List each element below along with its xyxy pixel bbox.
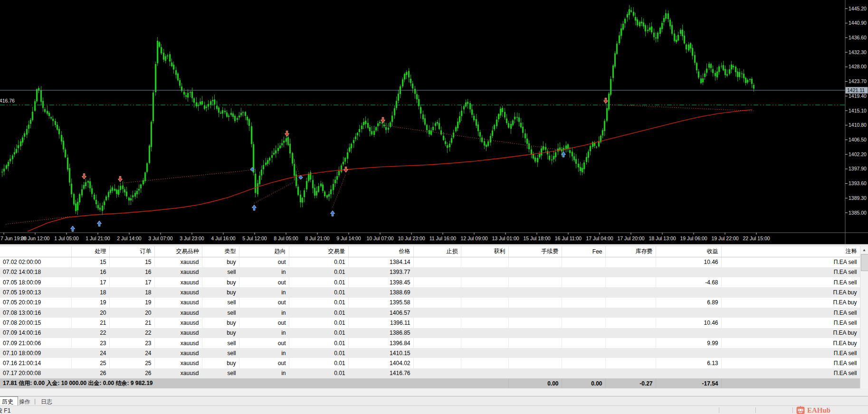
table-row[interactable]: 07.05 18:00:091717xauusdbuyout0.011398.4… (0, 277, 860, 287)
y-axis-label: 1415.10 (849, 108, 867, 113)
cell: 26 (71, 368, 109, 378)
cell: 17 (71, 277, 109, 287)
cell: 16 (109, 267, 154, 277)
cell: 0.01 (289, 328, 348, 338)
table-scrollbar[interactable]: ▲ ▼ (860, 246, 868, 395)
cell: out (239, 318, 289, 328)
horizontal-scroll-area[interactable] (0, 388, 868, 396)
cell: Π.EA sell (721, 368, 860, 378)
statusbar-divider (755, 407, 756, 413)
cell: 0.01 (289, 287, 348, 297)
cell (508, 338, 562, 348)
cell: 20 (71, 308, 109, 318)
cell: 0.01 (289, 277, 348, 287)
y-axis-label: 1436.60 (849, 35, 867, 40)
tab-journal[interactable]: 日志 (41, 398, 52, 406)
cell: 1388.69 (348, 287, 413, 297)
cell: Π.EA sell (721, 257, 860, 267)
cell (508, 328, 562, 338)
cell (605, 338, 656, 348)
cell: buy (202, 358, 239, 368)
column-header-类型[interactable]: 类型 (202, 246, 239, 257)
history-table: 处理订单交易品种类型趋向交易量价格止损获利手续费Fee库存费收益注释 07.02… (0, 246, 860, 378)
column-header-趋向[interactable]: 趋向 (239, 246, 289, 257)
column-header-库存费[interactable]: 库存费 (605, 246, 656, 257)
cell: 22 (71, 328, 109, 338)
cell: 0.01 (289, 338, 348, 348)
trade-history-panel: 处理订单交易品种类型趋向交易量价格止损获利手续费Fee库存费收益注释 07.02… (0, 246, 860, 388)
table-row[interactable]: 07.02 02:00:001515xauusdbuyout0.011384.1… (0, 257, 860, 267)
y-axis-label: 1402.20 (849, 151, 867, 157)
table-row[interactable]: 07.02 14:00:181616xauusdsellin0.011393.7… (0, 267, 860, 277)
cell: Π.EA sell (721, 308, 860, 318)
cell (461, 318, 508, 328)
tab-operations[interactable]: 操作 (19, 398, 30, 406)
cell: in (239, 368, 289, 378)
cell (605, 308, 656, 318)
cell: buy (202, 257, 239, 267)
scrollbar-thumb[interactable] (861, 254, 868, 271)
table-row[interactable]: 07.10 18:00:092424xauusdsellin0.011410.1… (0, 348, 860, 358)
cell: 1393.77 (348, 267, 413, 277)
table-row[interactable]: 07.17 20:00:082626xauusdsellin0.011416.7… (0, 368, 860, 378)
cell: xauusd (154, 338, 202, 348)
cell: sell (202, 338, 239, 348)
cell: 07.09 21:00:06 (0, 338, 71, 348)
cell (413, 277, 461, 287)
cell: 10.46 (656, 257, 721, 267)
column-header-Fee[interactable]: Fee (562, 246, 605, 257)
x-axis-label: 4 Jul 16:00 (211, 235, 236, 241)
cell: buy (202, 328, 239, 338)
cell: in (239, 348, 289, 358)
eahub-watermark: EAHub (796, 406, 830, 414)
x-axis-label: 9 Jul 14:00 (336, 235, 361, 241)
cell: 25 (109, 358, 154, 368)
cell (508, 287, 562, 297)
tab-history[interactable]: 历史 (0, 396, 18, 406)
table-row[interactable]: 07.08 13:00:162020xauusdsellin0.011406.5… (0, 308, 860, 318)
cell: 07.02 02:00:00 (0, 257, 71, 267)
cell (605, 358, 656, 368)
column-header-获利[interactable]: 获利 (461, 246, 508, 257)
summary-profit: -17.54 (656, 378, 721, 388)
table-row[interactable]: 07.05 19:00:131818xauusdbuyin0.011388.69… (0, 287, 860, 297)
table-row[interactable]: 07.05 20:00:191919xauusdsellout0.011395.… (0, 298, 860, 308)
cell (461, 368, 508, 378)
cell: 15 (109, 257, 154, 267)
table-row[interactable]: 07.08 20:00:152121xauusdbuyout0.011396.1… (0, 318, 860, 328)
cell (562, 308, 605, 318)
cell: 23 (71, 338, 109, 348)
column-header-收益[interactable]: 收益 (656, 246, 721, 257)
cell (461, 298, 508, 308)
cell: xauusd (154, 308, 202, 318)
table-row[interactable]: 07.09 14:00:162222xauusdbuyin0.011386.85… (0, 328, 860, 338)
cell (605, 318, 656, 328)
price-chart[interactable]: 1445.201440.901436.601432.301428.001423.… (0, 0, 868, 244)
cell (413, 287, 461, 297)
cell (413, 298, 461, 308)
x-axis-label: 8 Jul 21:00 (305, 235, 330, 241)
table-row[interactable]: 07.16 21:00:142525xauusdbuyout0.011404.0… (0, 358, 860, 368)
column-header-交易量[interactable]: 交易量 (289, 246, 348, 257)
scroll-up-icon[interactable]: ▲ (860, 246, 868, 254)
column-header-time[interactable] (0, 246, 71, 257)
table-row[interactable]: 07.09 21:00:062323xauusdsellout0.011396.… (0, 338, 860, 348)
column-header-订单[interactable]: 订单 (109, 246, 154, 257)
cell (461, 287, 508, 297)
column-header-交易品种[interactable]: 交易品种 (154, 246, 202, 257)
x-axis-label: 16 Jul 11:00 (555, 235, 582, 241)
cell (562, 287, 605, 297)
column-header-止损[interactable]: 止损 (413, 246, 461, 257)
column-header-处理[interactable]: 处理 (71, 246, 109, 257)
cell: xauusd (154, 287, 202, 297)
column-header-注释[interactable]: 注释 (721, 246, 860, 257)
cell: Π.EA sell (721, 318, 860, 328)
cell (656, 267, 721, 277)
candlestick-chart-canvas[interactable]: 1445.201440.901436.601432.301428.001423.… (0, 0, 868, 244)
account-summary-row: 17.81 信用: 0.00 入金: 10 000.00 出金: 0.00 结余… (0, 378, 860, 388)
x-axis-label: 28 Jun 12:00 (21, 235, 50, 241)
column-header-手续费[interactable]: 手续费 (508, 246, 562, 257)
column-header-价格[interactable]: 价格 (348, 246, 413, 257)
cell (413, 328, 461, 338)
cell (562, 348, 605, 358)
